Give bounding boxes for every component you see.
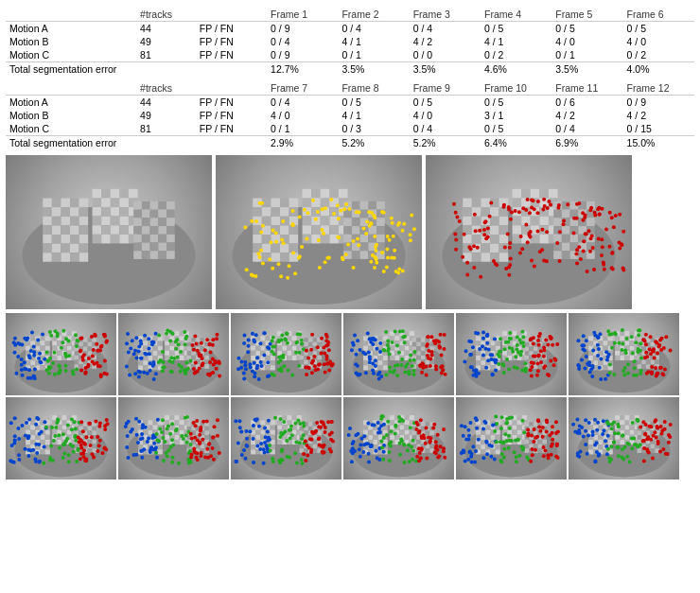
page-wrapper: #tracks Frame 1 Frame 2 Frame 3 Frame 4 … — [0, 0, 700, 485]
small-image-2-3 — [231, 397, 341, 480]
row-f3: 0 / 0 — [410, 48, 481, 62]
total-f2: 3.5% — [338, 62, 409, 77]
row-f4: 0 / 5 — [481, 22, 551, 36]
row-tracks: 44 — [136, 22, 196, 36]
col-f1: Frame 7 — [267, 81, 338, 96]
row-f3: 4 / 2 — [410, 35, 481, 48]
total-f6: 4.0% — [623, 62, 694, 77]
small-image-2-1 — [6, 397, 116, 480]
total-f6: 15.0% — [623, 136, 694, 150]
total-label: Total segmentation error — [6, 136, 267, 150]
col-label — [6, 81, 136, 96]
row-tracks: 81 — [136, 48, 196, 62]
row-f1: 0 / 4 — [267, 96, 338, 110]
row-f3: 4 / 0 — [410, 109, 481, 122]
table-row: Motion B 49 FP / FN 4 / 0 4 / 1 4 / 0 3 … — [6, 109, 694, 122]
table-row: Motion C 81 FP / FN 0 / 9 0 / 1 0 / 0 0 … — [6, 48, 694, 62]
total-f1: 2.9% — [267, 136, 338, 150]
table-1: #tracks Frame 1 Frame 2 Frame 3 Frame 4 … — [6, 8, 694, 76]
small-image-1-1 — [6, 313, 116, 395]
row-f6: 0 / 9 — [623, 96, 694, 110]
row-f4: 3 / 1 — [481, 109, 551, 122]
row-f3: 0 / 5 — [410, 96, 481, 110]
row-type: FP / FN — [196, 35, 267, 48]
row-f5: 0 / 4 — [551, 122, 622, 136]
col-f4: Frame 10 — [481, 81, 551, 96]
row-f2: 0 / 1 — [338, 48, 409, 62]
row-f3: 0 / 4 — [410, 22, 481, 36]
row-f4: 0 / 2 — [481, 48, 551, 62]
row-label: Motion C — [6, 122, 136, 136]
col-f6: Frame 6 — [623, 8, 694, 22]
large-images-row — [6, 155, 694, 309]
small-image-1-4 — [343, 313, 454, 395]
small-image-2-5 — [456, 397, 567, 480]
col-f1: Frame 1 — [267, 8, 338, 22]
col-f5: Frame 11 — [551, 81, 622, 96]
row-label: Motion C — [6, 48, 136, 62]
row-f1: 4 / 0 — [267, 109, 338, 122]
table-row: Motion A 44 FP / FN 0 / 4 0 / 5 0 / 5 0 … — [6, 96, 694, 110]
row-f1: 0 / 9 — [267, 22, 338, 36]
row-f2: 0 / 5 — [338, 96, 409, 110]
small-image-1-6 — [569, 313, 679, 395]
row-f2: 0 / 4 — [338, 22, 409, 36]
row-f5: 0 / 1 — [551, 48, 622, 62]
row-tracks: 44 — [136, 96, 196, 110]
total-f1: 12.7% — [267, 62, 338, 77]
row-f2: 0 / 3 — [338, 122, 409, 136]
total-f4: 4.6% — [481, 62, 551, 77]
small-image-1-2 — [118, 313, 229, 395]
row-f2: 4 / 1 — [338, 35, 409, 48]
row-f1: 0 / 4 — [267, 35, 338, 48]
col-type — [196, 81, 267, 96]
row-f4: 0 / 5 — [481, 96, 551, 110]
row-f6: 0 / 5 — [623, 22, 694, 36]
total-f4: 6.4% — [481, 136, 551, 150]
large-image-3 — [426, 155, 632, 309]
small-image-2-2 — [118, 397, 229, 480]
row-type: FP / FN — [196, 109, 267, 122]
row-type: FP / FN — [196, 122, 267, 136]
col-f5: Frame 5 — [551, 8, 622, 22]
large-image-2 — [216, 155, 422, 309]
row-type: FP / FN — [196, 48, 267, 62]
col-type — [196, 8, 267, 22]
table-row: Motion A 44 FP / FN 0 / 9 0 / 4 0 / 4 0 … — [6, 22, 694, 36]
row-f6: 4 / 2 — [623, 109, 694, 122]
row-type: FP / FN — [196, 22, 267, 36]
small-images-row-1 — [6, 313, 694, 395]
small-image-2-6 — [569, 397, 679, 480]
small-images-row-2 — [6, 397, 694, 480]
col-f4: Frame 4 — [481, 8, 551, 22]
row-label: Motion A — [6, 22, 136, 36]
row-f1: 0 / 1 — [267, 122, 338, 136]
row-label: Motion B — [6, 35, 136, 48]
row-f6: 0 / 2 — [623, 48, 694, 62]
col-f6: Frame 12 — [623, 81, 694, 96]
row-tracks: 81 — [136, 122, 196, 136]
images-section — [6, 155, 694, 480]
row-f5: 0 / 6 — [551, 96, 622, 110]
total-f5: 6.9% — [551, 136, 622, 150]
small-image-2-4 — [343, 397, 454, 480]
table-row: Motion B 49 FP / FN 0 / 4 4 / 1 4 / 2 4 … — [6, 35, 694, 48]
row-tracks: 49 — [136, 109, 196, 122]
row-f5: 0 / 5 — [551, 22, 622, 36]
col-f3: Frame 3 — [410, 8, 481, 22]
row-tracks: 49 — [136, 35, 196, 48]
row-f4: 0 / 5 — [481, 122, 551, 136]
total-row: Total segmentation error 12.7% 3.5% 3.5%… — [6, 62, 694, 77]
row-f3: 0 / 4 — [410, 122, 481, 136]
row-f5: 4 / 2 — [551, 109, 622, 122]
col-tracks: #tracks — [136, 81, 196, 96]
col-f2: Frame 2 — [338, 8, 409, 22]
row-f6: 0 / 15 — [623, 122, 694, 136]
table-row: Motion C 81 FP / FN 0 / 1 0 / 3 0 / 4 0 … — [6, 122, 694, 136]
row-label: Motion A — [6, 96, 136, 110]
col-label — [6, 8, 136, 22]
row-type: FP / FN — [196, 96, 267, 110]
row-label: Motion B — [6, 109, 136, 122]
col-f3: Frame 9 — [410, 81, 481, 96]
col-tracks: #tracks — [136, 8, 196, 22]
